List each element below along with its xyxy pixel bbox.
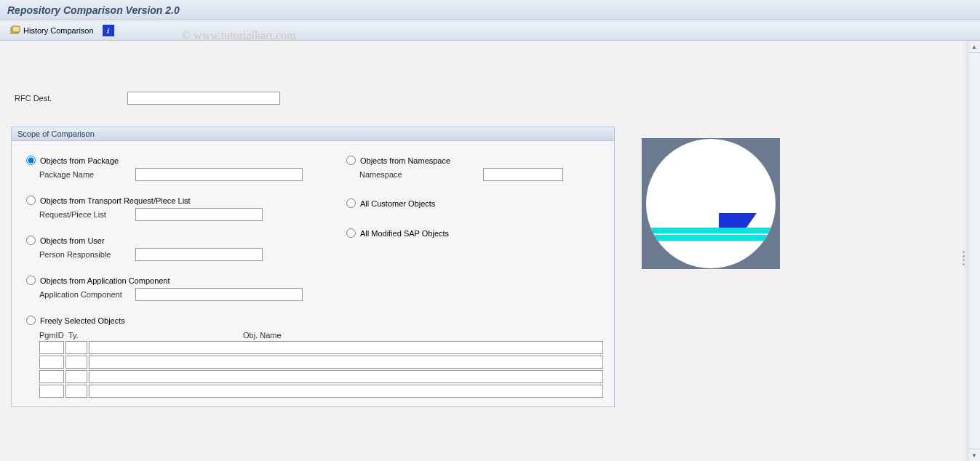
cell-pgmid[interactable] <box>39 370 64 383</box>
rfc-dest-input[interactable] <box>127 92 280 105</box>
package-name-label: Package Name <box>39 170 135 179</box>
radio-all-modified[interactable]: All Modified SAP Objects <box>346 228 603 238</box>
radio-objects-from-appcomp[interactable]: Objects from Application Component <box>26 276 346 285</box>
cell-pgmid[interactable] <box>39 356 64 369</box>
table-row <box>39 341 603 354</box>
th-ty: Ty. <box>68 331 97 340</box>
th-obj: Obj. Name <box>243 331 410 340</box>
scope-group-title: Scope of Comparison <box>12 127 614 141</box>
package-name-input[interactable] <box>135 168 303 181</box>
cell-pgmid[interactable] <box>39 385 64 398</box>
svg-rect-1 <box>12 26 20 32</box>
radio-package-input[interactable] <box>26 156 36 165</box>
cell-ty[interactable] <box>65 341 87 354</box>
radio-free-input[interactable] <box>26 316 36 325</box>
cell-obj[interactable] <box>89 356 603 369</box>
toolbar: History Comparison i <box>0 20 980 41</box>
table-row <box>39 385 603 398</box>
rfc-dest-label: RFC Dest. <box>15 94 127 103</box>
cell-ty[interactable] <box>65 356 87 369</box>
free-table-header: PgmID Ty. Obj. Name <box>39 331 603 340</box>
radio-objects-from-namespace[interactable]: Objects from Namespace <box>346 156 603 165</box>
radio-customer-label: All Customer Objects <box>360 199 435 208</box>
resize-grip[interactable] <box>961 41 967 461</box>
history-comparison-label: History Comparison <box>23 26 94 35</box>
radio-transport-label: Objects from Transport Request/Piece Lis… <box>40 196 191 205</box>
appcomp-input[interactable] <box>135 288 303 301</box>
th-pgmid: PgmID <box>39 331 68 340</box>
radio-package-label: Objects from Package <box>40 156 119 165</box>
radio-user-label: Objects from User <box>40 236 105 245</box>
radio-objects-from-user[interactable]: Objects from User <box>26 236 346 245</box>
info-icon[interactable]: i <box>103 25 114 36</box>
cell-pgmid[interactable] <box>39 341 64 354</box>
transport-label: Request/Piece List <box>39 210 135 219</box>
radio-namespace-input[interactable] <box>346 156 356 165</box>
person-responsible-label: Person Responsible <box>39 250 135 259</box>
radio-user-input[interactable] <box>26 236 36 245</box>
radio-appcomp-label: Objects from Application Component <box>40 276 170 285</box>
vertical-scrollbar[interactable]: ▲ ▼ <box>968 41 980 461</box>
radio-modified-input[interactable] <box>346 228 356 238</box>
namespace-input[interactable] <box>483 168 563 181</box>
cell-obj[interactable] <box>89 341 603 354</box>
page-title: Repository Comparison Version 2.0 <box>7 4 180 16</box>
radio-all-customer[interactable]: All Customer Objects <box>346 199 603 208</box>
table-row <box>39 370 603 383</box>
radio-customer-input[interactable] <box>346 199 356 208</box>
scroll-up-icon[interactable]: ▲ <box>968 41 980 53</box>
radio-freely-selected[interactable]: Freely Selected Objects <box>26 316 346 325</box>
person-responsible-input[interactable] <box>135 248 263 261</box>
radio-objects-from-transport[interactable]: Objects from Transport Request/Piece Lis… <box>26 196 346 205</box>
radio-modified-label: All Modified SAP Objects <box>360 229 449 238</box>
rfc-dest-row: RFC Dest. <box>15 92 980 105</box>
table-row <box>39 356 603 369</box>
cell-obj[interactable] <box>89 385 603 398</box>
appcomp-label: Application Component <box>39 290 135 299</box>
cell-obj[interactable] <box>89 370 603 383</box>
history-comparison-button[interactable]: History Comparison <box>6 24 98 37</box>
radio-free-label: Freely Selected Objects <box>40 316 125 325</box>
history-icon <box>10 25 20 36</box>
radio-namespace-label: Objects from Namespace <box>360 156 450 165</box>
transport-input[interactable] <box>135 208 263 221</box>
radio-objects-from-package[interactable]: Objects from Package <box>26 156 346 165</box>
radio-appcomp-input[interactable] <box>26 276 36 285</box>
free-table <box>39 341 603 398</box>
cell-ty[interactable] <box>65 385 87 398</box>
content-area: RFC Dest. Scope of Comparison Objects fr… <box>0 41 980 461</box>
cell-ty[interactable] <box>65 370 87 383</box>
decorative-image <box>642 138 780 269</box>
scope-group: Scope of Comparison Objects from Package… <box>11 127 615 407</box>
radio-transport-input[interactable] <box>26 196 36 205</box>
scroll-down-icon[interactable]: ▼ <box>968 449 980 461</box>
title-bar: Repository Comparison Version 2.0 <box>0 0 980 20</box>
namespace-label: Namespace <box>359 170 483 179</box>
